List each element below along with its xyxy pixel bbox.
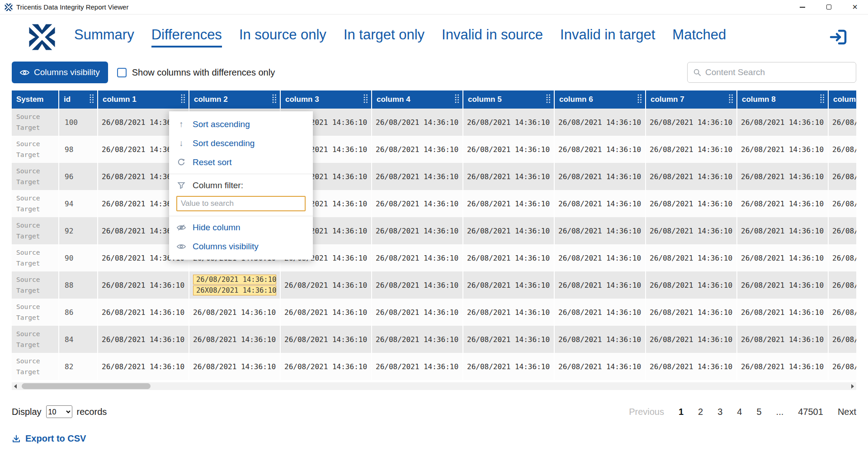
value-cell: 26/08/2021 14:36:10 (189, 299, 281, 326)
scrollbar-track[interactable] (19, 382, 849, 390)
column-header-column-2[interactable]: column 2 (189, 90, 281, 109)
menu-item-sort-ascending[interactable]: ↑ Sort ascending (169, 115, 313, 134)
tab-summary[interactable]: Summary (74, 27, 134, 48)
column-header-label: id (64, 95, 71, 104)
scroll-left-button[interactable] (12, 384, 19, 389)
value-cell: 26/08/2021 14:36:10 (372, 353, 463, 380)
menu-separator (169, 174, 313, 174)
tab-in-target-only[interactable]: In target only (344, 27, 425, 48)
menu-item-label: Column filter: (193, 181, 243, 190)
value-cell: 26/08/2021 14:36:10 (829, 353, 856, 380)
value-cell: 26/08/2021 14:36:10 (555, 299, 646, 326)
minimize-button[interactable] (789, 0, 816, 14)
pagination: Previous 12345 ... 47501 Next (629, 407, 856, 417)
page-button-5[interactable]: 5 (756, 407, 761, 417)
value-cell: 26/08/2021 14:36:10 (737, 244, 829, 271)
value-cell: 26/08/2021 14:36:10 (281, 271, 372, 299)
columns-visibility-button[interactable]: Columns visibility (12, 62, 108, 83)
column-menu-trigger[interactable] (728, 93, 734, 106)
column-grip-icon (180, 93, 186, 104)
value-cell: 26/08/2021 14:36:10 (555, 163, 646, 190)
value-cell: 26/08/2021 14:36:10 (646, 271, 737, 299)
column-grip-icon (271, 93, 277, 104)
column-menu-trigger[interactable] (545, 93, 551, 106)
page-button-4[interactable]: 4 (737, 407, 742, 417)
value-cell: 26/08/2021 14:36:10 (463, 326, 555, 353)
page-button-3[interactable]: 3 (717, 407, 722, 417)
table-row-id-98: SourceTarget9826/08/2021 14:36:1026/08/2… (12, 136, 856, 163)
menu-item-reset-sort[interactable]: Reset sort (169, 153, 313, 172)
value-cell: 26/08/2021 14:36:10 (737, 299, 829, 326)
column-menu-trigger[interactable] (637, 93, 642, 106)
column-header-column-6[interactable]: column 6 (555, 90, 646, 109)
content-search-input[interactable] (705, 67, 850, 77)
tab-differences[interactable]: Differences (151, 27, 222, 48)
column-header-id[interactable]: id (59, 90, 98, 109)
value-cell: 26/08/2021 14:36:10 (829, 244, 856, 271)
previous-page-button[interactable]: Previous (629, 407, 664, 417)
show-differences-checkbox[interactable]: Show columns with differences only (117, 67, 275, 78)
value-cell: 26/08/2021 14:36:10 (98, 299, 189, 326)
column-menu-trigger[interactable] (454, 93, 460, 106)
table-header-row: Systemidcolumn 1column 2column 3column 4… (12, 90, 856, 109)
menu-item-hide-column[interactable]: Hide column (169, 218, 313, 237)
tab-matched[interactable]: Matched (672, 27, 726, 48)
column-filter-input[interactable] (176, 196, 306, 211)
value-cell: 26/08/2021 14:36:10 (463, 271, 555, 299)
value-cell: 26/08/2021 14:36:10 (281, 353, 372, 380)
column-header-column-1[interactable]: column 1 (98, 90, 189, 109)
tab-invalid-in-source[interactable]: Invalid in source (442, 27, 543, 48)
value-cell: 26/08/2021 14:36:10 (463, 299, 555, 326)
tab-invalid-in-target[interactable]: Invalid in target (560, 27, 655, 48)
scroll-right-button[interactable] (849, 384, 856, 389)
eye-icon (20, 69, 29, 76)
maximize-icon (826, 5, 831, 10)
value-cell: 26/08/2021 14:36:10 (463, 109, 555, 136)
value-cell: 26/08/2021 14:36:10 (463, 136, 555, 163)
records-per-page-select[interactable]: 10 (46, 405, 72, 418)
column-header-column-7[interactable]: column 7 (646, 90, 737, 109)
id-cell: 84 (59, 326, 98, 353)
column-header-column-3[interactable]: column 3 (281, 90, 372, 109)
table-row-id-100: SourceTarget10026/08/2021 14:36:1026/08/… (12, 109, 856, 136)
tab-in-source-only[interactable]: In source only (239, 27, 326, 48)
id-cell: 90 (59, 244, 98, 271)
page-button-1[interactable]: 1 (679, 407, 684, 417)
table-row-id-84: SourceTarget8426/08/2021 14:36:1026/08/2… (12, 326, 856, 353)
column-header-column-9[interactable]: column 9 (829, 90, 856, 109)
column-header-column-4[interactable]: column 4 (372, 90, 463, 109)
column-menu-trigger[interactable] (363, 93, 368, 106)
scrollbar-thumb[interactable] (22, 383, 151, 389)
page-button-2[interactable]: 2 (698, 407, 703, 417)
menu-item-columns-visibility[interactable]: Columns visibility (169, 237, 313, 256)
column-grip-icon (728, 93, 734, 104)
column-header-column-8[interactable]: column 8 (737, 90, 829, 109)
value-cell: 26/08/2021 14:36:10 (463, 190, 555, 217)
column-menu-trigger[interactable] (271, 93, 277, 106)
maximize-button[interactable] (816, 0, 842, 14)
system-cell: SourceTarget (12, 109, 59, 136)
sort-descending-icon: ↓ (176, 138, 186, 148)
value-cell: 26/08/2021 14:36:10 (372, 190, 463, 217)
value-cell: 26/08/2021 14:36:10 (281, 326, 372, 353)
last-page-button[interactable]: 47501 (798, 407, 823, 417)
close-button[interactable]: × (842, 0, 868, 14)
column-header-System[interactable]: System (12, 90, 59, 109)
menu-item-sort-descending[interactable]: ↓ Sort descending (169, 134, 313, 153)
menu-item-label: Reset sort (193, 157, 232, 167)
table-row-id-82: SourceTarget8226/08/2021 14:36:1026/08/2… (12, 353, 856, 380)
checkbox-box[interactable] (117, 68, 127, 77)
column-header-column-5[interactable]: column 5 (463, 90, 555, 109)
exit-button[interactable] (828, 28, 848, 46)
menu-item-label: Sort descending (193, 138, 255, 148)
id-cell: 94 (59, 190, 98, 217)
pagination-ellipsis: ... (776, 407, 784, 417)
value-cell: 26/08/2021 14:36:10 (829, 190, 856, 217)
export-to-csv-button[interactable]: Export to CSV (12, 433, 86, 444)
next-page-button[interactable]: Next (838, 407, 856, 417)
column-menu-trigger[interactable] (180, 93, 186, 106)
column-grip-icon (637, 93, 642, 104)
window-controls: × (789, 0, 868, 14)
column-menu-trigger[interactable] (819, 93, 825, 106)
column-menu-trigger[interactable] (89, 93, 94, 106)
